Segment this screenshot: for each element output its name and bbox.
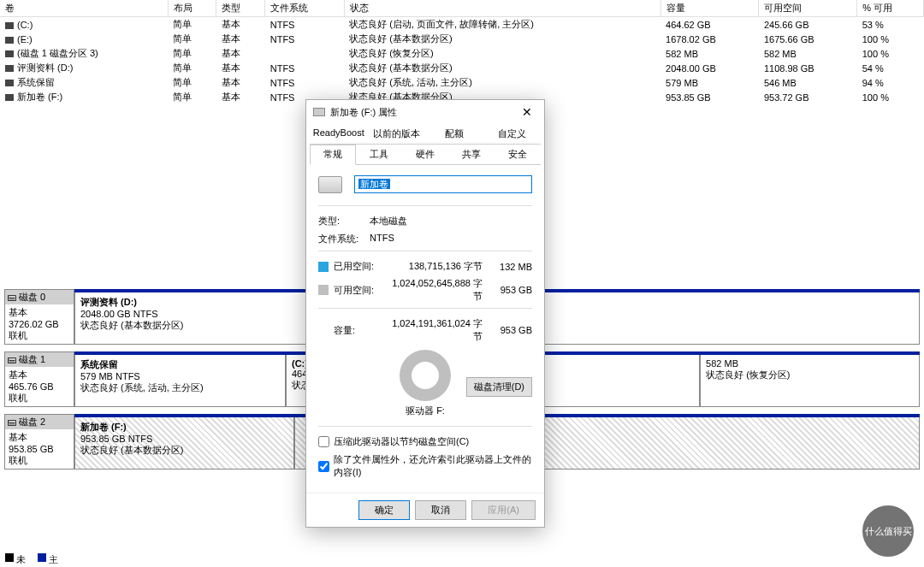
legend: 未分配 主分区 <box>5 552 60 562</box>
free-swatch <box>318 285 329 295</box>
legend-label: 主分区 <box>49 553 57 562</box>
properties-dialog: 新加卷 (F:) 属性 ✕ ReadyBoost以前的版本配额自定义 常规工具硬… <box>305 99 545 528</box>
partition[interactable]: 新加卷 (F:)953.85 GB NTFS状态良好 (基本数据分区) <box>74 417 294 470</box>
dialog-body: 新加卷 类型:本地磁盘 文件系统:NTFS 已用空间:138,715,136 字… <box>306 165 544 493</box>
volume-table: 卷布局类型文件系统状态容量可用空间% 可用 (C:)简单基本NTFS状态良好 (… <box>0 0 924 104</box>
legend-label: 未分配 <box>16 553 25 562</box>
volume-table-header: 卷布局类型文件系统状态容量可用空间% 可用 <box>0 0 924 17</box>
column-header[interactable]: 卷 <box>0 0 168 17</box>
free-bytes: 1,024,052,645,888 字节 <box>385 277 491 303</box>
compress-checkbox[interactable]: 压缩此驱动器以节约磁盘空间(C) <box>318 435 532 448</box>
type-label: 类型: <box>318 215 370 227</box>
drive-icon <box>313 108 325 116</box>
watermark: 什么值得买 <box>862 505 914 557</box>
filesystem-value: NTFS <box>370 233 394 245</box>
filesystem-label: 文件系统: <box>318 233 370 245</box>
tabs-row-2: 常规工具硬件共享安全 <box>310 145 541 165</box>
tab[interactable]: 以前的版本 <box>368 124 426 144</box>
capacity-hr: 953 GB <box>491 325 532 335</box>
cancel-button[interactable]: 取消 <box>415 500 466 520</box>
disk-info[interactable]: 🖴 磁盘 1基本465.76 GB联机 <box>4 351 74 407</box>
dialog-titlebar[interactable]: 新加卷 (F:) 属性 ✕ <box>306 100 544 124</box>
used-swatch <box>318 262 329 272</box>
column-header[interactable]: 布局 <box>168 0 216 17</box>
partition[interactable]: 582 MB状态良好 (恢复分区) <box>700 355 920 407</box>
column-header[interactable]: 容量 <box>660 0 759 17</box>
tab[interactable]: 共享 <box>448 145 495 164</box>
column-header[interactable]: 类型 <box>216 0 265 17</box>
usage-donut-chart <box>400 350 451 401</box>
used-hr: 132 MB <box>491 262 532 272</box>
volume-row[interactable]: 系统保留简单基本NTFS状态良好 (系统, 活动, 主分区)579 MB546 … <box>0 75 924 90</box>
capacity-bytes: 1,024,191,361,024 字节 <box>385 317 491 343</box>
tab[interactable]: ReadyBoost <box>310 124 368 144</box>
drive-letter-label: 驱动器 F: <box>318 405 532 417</box>
type-value: 本地磁盘 <box>370 215 407 227</box>
volume-row[interactable]: 评测资料 (D:)简单基本NTFS状态良好 (基本数据分区)2048.00 GB… <box>0 61 924 75</box>
ok-button[interactable]: 确定 <box>358 500 410 520</box>
disk-info[interactable]: 🖴 磁盘 0基本3726.02 GB联机 <box>4 289 74 345</box>
column-header[interactable]: 状态 <box>344 0 660 17</box>
volume-row[interactable]: (磁盘 1 磁盘分区 3)简单基本状态良好 (恢复分区)582 MB582 MB… <box>0 46 924 61</box>
column-header[interactable]: 文件系统 <box>265 0 345 17</box>
capacity-label: 容量: <box>334 324 385 337</box>
dialog-title-text: 新加卷 (F:) 属性 <box>330 106 397 119</box>
index-checkbox[interactable]: 除了文件属性外，还允许索引此驱动器上文件的内容(I) <box>318 453 532 479</box>
disk-cleanup-button[interactable]: 磁盘清理(D) <box>466 377 532 397</box>
disk-info[interactable]: 🖴 磁盘 2基本953.85 GB联机 <box>4 414 74 470</box>
tab[interactable]: 常规 <box>310 145 356 165</box>
volume-name-input[interactable]: 新加卷 <box>354 175 532 193</box>
tab[interactable]: 硬件 <box>402 145 448 164</box>
legend-swatch-unallocated <box>5 553 14 562</box>
apply-button[interactable]: 应用(A) <box>471 500 536 520</box>
volume-row[interactable]: (E:)简单基本NTFS状态良好 (基本数据分区)1678.02 GB1675.… <box>0 32 924 46</box>
partition[interactable]: 系统保留579 MB NTFS状态良好 (系统, 活动, 主分区) <box>74 355 286 407</box>
column-header[interactable]: 可用空间 <box>759 0 857 17</box>
tab[interactable]: 工具 <box>356 145 402 164</box>
tabs-row-1: ReadyBoost以前的版本配额自定义 <box>310 124 541 145</box>
volume-row[interactable]: (C:)简单基本NTFS状态良好 (启动, 页面文件, 故障转储, 主分区)46… <box>0 17 924 32</box>
used-label: 已用空间: <box>334 260 385 273</box>
free-hr: 953 GB <box>491 285 532 295</box>
close-button[interactable]: ✕ <box>517 105 537 119</box>
column-header[interactable]: % 可用 <box>857 0 924 17</box>
tab[interactable]: 安全 <box>495 145 541 164</box>
legend-swatch-primary <box>38 553 46 562</box>
free-label: 可用空间: <box>334 284 385 297</box>
tab[interactable]: 配额 <box>425 124 483 144</box>
used-bytes: 138,715,136 字节 <box>385 260 491 273</box>
drive-icon <box>318 176 342 193</box>
tab[interactable]: 自定义 <box>483 124 542 144</box>
